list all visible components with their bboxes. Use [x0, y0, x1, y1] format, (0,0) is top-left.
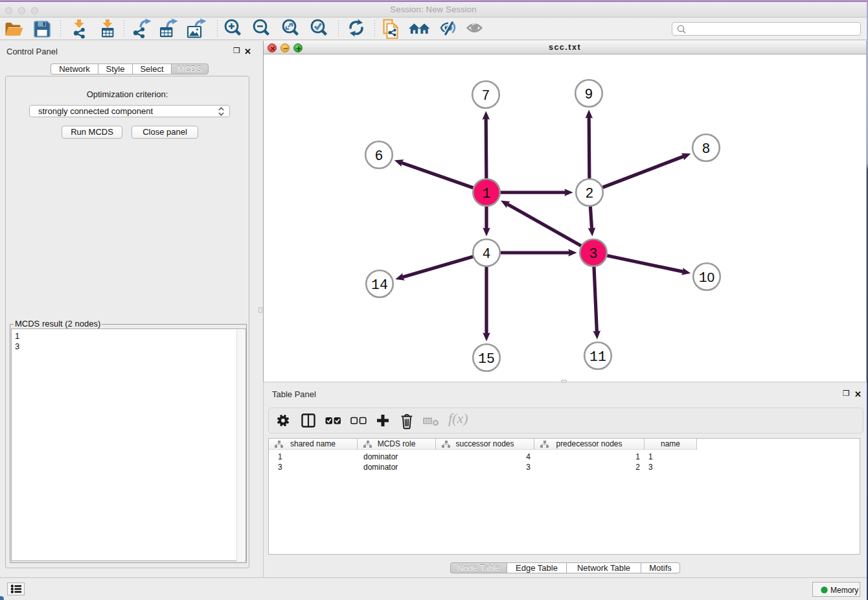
svg-text:3: 3: [589, 246, 598, 262]
svg-text:2: 2: [586, 186, 594, 202]
svg-text:7: 7: [482, 88, 490, 104]
svg-text:10: 10: [699, 270, 715, 286]
svg-text:4: 4: [483, 246, 491, 262]
svg-text:6: 6: [375, 148, 383, 164]
svg-text:8: 8: [702, 141, 711, 157]
svg-text:9: 9: [585, 87, 593, 102]
svg-text:14: 14: [371, 277, 388, 293]
svg-text:11: 11: [589, 349, 606, 365]
svg-text:15: 15: [478, 351, 495, 367]
svg-text:1: 1: [483, 186, 491, 202]
